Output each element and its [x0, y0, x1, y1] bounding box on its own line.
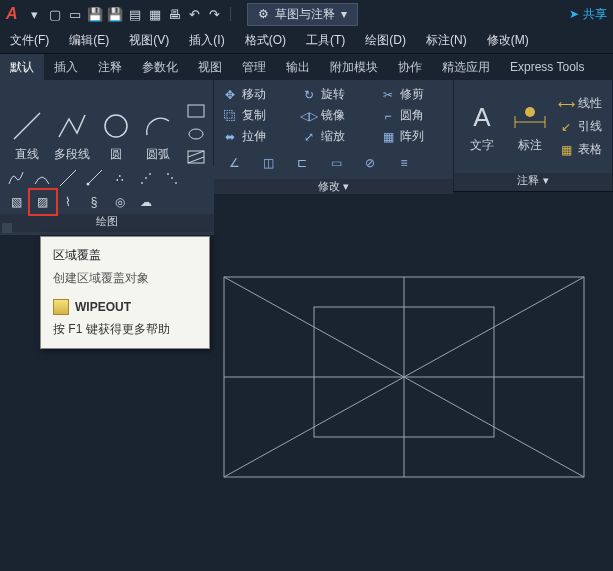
menu-edit[interactable]: 编辑(E): [69, 32, 109, 49]
undo-icon[interactable]: ↶: [186, 5, 204, 23]
save-icon[interactable]: 💾: [86, 5, 104, 23]
divide-icon[interactable]: ⋰: [138, 170, 154, 186]
offset-icon[interactable]: ⊏: [290, 153, 314, 173]
menu-dimension[interactable]: 标注(N): [426, 32, 467, 49]
trim-button[interactable]: ✂修剪: [380, 86, 445, 103]
tab-output[interactable]: 输出: [276, 54, 320, 80]
region-icon[interactable]: ▧: [8, 194, 24, 210]
scale-button[interactable]: ⤢缩放: [301, 128, 366, 145]
move-button[interactable]: ✥移动: [222, 86, 287, 103]
stretch-button[interactable]: ⬌拉伸: [222, 128, 287, 145]
linear-dim-button[interactable]: ⟷线性: [558, 95, 602, 112]
ellipse-icon[interactable]: [187, 127, 205, 144]
menu-file[interactable]: 文件(F): [10, 32, 49, 49]
point-multi-icon[interactable]: ∴: [112, 170, 128, 186]
erase-icon[interactable]: ∠: [222, 153, 246, 173]
tab-view[interactable]: 视图: [188, 54, 232, 80]
tab-collaborate[interactable]: 协作: [388, 54, 432, 80]
menu-format[interactable]: 格式(O): [245, 32, 286, 49]
menu-tools[interactable]: 工具(T): [306, 32, 345, 49]
tab-featured[interactable]: 精选应用: [432, 54, 500, 80]
explode-icon[interactable]: ◫: [256, 153, 280, 173]
web-save-icon[interactable]: ▦: [146, 5, 164, 23]
print-icon[interactable]: 🖶: [166, 5, 184, 23]
mirror-button[interactable]: ◁▷镜像: [301, 107, 366, 124]
ray-icon[interactable]: [86, 170, 102, 186]
trim-icon: ✂: [380, 87, 396, 103]
leader-button[interactable]: ↙引线: [558, 118, 602, 135]
arc-button[interactable]: 圆弧: [141, 108, 175, 163]
tab-addins[interactable]: 附加模块: [320, 54, 388, 80]
copy-icon: ⿻: [222, 108, 238, 124]
spline-fit-icon[interactable]: [8, 170, 24, 186]
svg-line-5: [188, 151, 204, 157]
drawing-canvas[interactable]: [214, 272, 594, 492]
copy-label: 复制: [242, 107, 266, 124]
rectangle-icon[interactable]: [187, 104, 205, 121]
ribbon-tab-bar: 默认 插入 注释 参数化 视图 管理 输出 附加模块 协作 精选应用 Expre…: [0, 54, 613, 80]
quick-access-toolbar: A ▾ ▢ ▭ 💾 💾 ▤ ▦ 🖶 ↶ ↷ ⚙ 草图与注释 ▾ ➤ 共享: [0, 0, 613, 28]
workspace-selector[interactable]: ⚙ 草图与注释 ▾: [247, 3, 358, 26]
svg-rect-2: [188, 105, 204, 117]
tooltip-desc: 创建区域覆盖对象: [53, 270, 197, 287]
menu-draw[interactable]: 绘图(D): [365, 32, 406, 49]
panel-modify-title[interactable]: 修改 ▾: [214, 179, 453, 194]
rotate-button[interactable]: ↻旋转: [301, 86, 366, 103]
hatch-icon[interactable]: [187, 150, 205, 167]
tab-manage[interactable]: 管理: [232, 54, 276, 80]
menu-dropdown-icon[interactable]: ▾: [26, 5, 44, 23]
share-button[interactable]: ➤ 共享: [569, 6, 607, 23]
donut-icon[interactable]: ◎: [112, 194, 128, 210]
helix-icon[interactable]: §: [86, 194, 102, 210]
3dpolyline-icon[interactable]: ⌇: [60, 194, 76, 210]
align-icon[interactable]: ▭: [324, 153, 348, 173]
xline-icon[interactable]: [60, 170, 76, 186]
array-button[interactable]: ▦阵列: [380, 128, 445, 145]
polyline-label: 多段线: [54, 146, 90, 163]
new-file-icon[interactable]: ▢: [46, 5, 64, 23]
mirror-label: 镜像: [321, 107, 345, 124]
circle-button[interactable]: 圆: [99, 108, 133, 163]
separator: [230, 7, 231, 21]
revcloud-icon[interactable]: ☁: [138, 194, 154, 210]
rotate-icon: ↻: [301, 87, 317, 103]
arc-icon: [140, 108, 176, 144]
measure-icon[interactable]: ⋱: [164, 170, 180, 186]
fillet-button[interactable]: ⌐圆角: [380, 107, 445, 124]
tab-default[interactable]: 默认: [0, 54, 44, 80]
open-file-icon[interactable]: ▭: [66, 5, 84, 23]
line-button[interactable]: 直线: [8, 108, 46, 163]
wipeout-cmd-icon: [53, 299, 69, 315]
svg-line-15: [224, 277, 584, 477]
dimension-button[interactable]: 标注: [510, 99, 550, 154]
spline-cv-icon[interactable]: [34, 170, 50, 186]
panel-annot-title[interactable]: 注释 ▾: [454, 173, 612, 191]
text-button[interactable]: A 文字: [462, 99, 502, 154]
svg-point-3: [189, 129, 203, 139]
saveas-icon[interactable]: 💾: [106, 5, 124, 23]
tab-insert[interactable]: 插入: [44, 54, 88, 80]
menu-modify[interactable]: 修改(M): [487, 32, 529, 49]
table-button[interactable]: ▦表格: [558, 141, 602, 158]
panel-modify: ✥移动 ↻旋转 ✂修剪 ⿻复制 ◁▷镜像 ⌐圆角 ⬌拉伸 ⤢缩放 ▦阵列 ∠ ◫…: [214, 80, 454, 191]
tab-express[interactable]: Express Tools: [500, 54, 594, 80]
svg-line-11: [60, 170, 76, 186]
menu-insert[interactable]: 插入(I): [189, 32, 224, 49]
svg-line-6: [188, 157, 204, 163]
move-label: 移动: [242, 86, 266, 103]
menu-view[interactable]: 视图(V): [129, 32, 169, 49]
polyline-icon: [54, 108, 90, 144]
draw-small-column: [187, 104, 205, 167]
break-icon[interactable]: ⊘: [358, 153, 382, 173]
tab-annotate[interactable]: 注释: [88, 54, 132, 80]
polyline-button[interactable]: 多段线: [54, 108, 92, 163]
panel-draw-title[interactable]: 绘图: [0, 214, 214, 232]
copy-button[interactable]: ⿻复制: [222, 107, 287, 124]
array-label: 阵列: [400, 128, 424, 145]
web-open-icon[interactable]: ▤: [126, 5, 144, 23]
redo-icon[interactable]: ↷: [206, 5, 224, 23]
tab-parametric[interactable]: 参数化: [132, 54, 188, 80]
join-icon[interactable]: ≡: [392, 153, 416, 173]
panel-grab-handle[interactable]: [2, 223, 12, 233]
table-label: 表格: [578, 141, 602, 158]
